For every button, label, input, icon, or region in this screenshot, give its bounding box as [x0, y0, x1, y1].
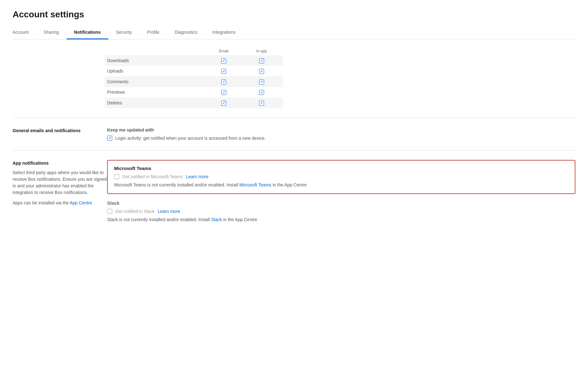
content-area: Email In-app Downloads Uploads — [13, 39, 575, 232]
slack-section: Slack Get notified in Slack Learn more S… — [107, 200, 575, 223]
checkbox-previews-email[interactable] — [221, 90, 226, 95]
checkbox-microsoft-teams[interactable] — [114, 174, 119, 179]
notifications-table: Email In-app Downloads Uploads — [107, 49, 280, 108]
row-email-downloads[interactable] — [205, 58, 243, 63]
row-email-previews[interactable] — [205, 90, 243, 95]
app-notifications-section: App notifications Select third party app… — [13, 150, 575, 232]
slack-desc: Slack is not currently installed and/or … — [107, 216, 575, 223]
row-email-comments[interactable] — [205, 79, 243, 85]
microsoft-teams-desc: Microsoft Teams is not currently install… — [114, 182, 568, 188]
microsoft-teams-box: Microsoft Teams Get notified in Microsof… — [107, 160, 575, 194]
table-row: Deletes — [105, 97, 283, 108]
app-notifications-label: App notifications — [13, 160, 107, 166]
checkbox-comments-inapp[interactable] — [259, 79, 264, 85]
microsoft-teams-checkbox-row: Get notified in Microsoft Teams Learn mo… — [114, 174, 568, 179]
app-notifications-left: App notifications Select third party app… — [13, 160, 107, 223]
microsoft-teams-checkbox-label: Get notified in Microsoft Teams — [122, 174, 183, 179]
row-label-deletes: Deletes — [107, 100, 205, 105]
tab-security[interactable]: Security — [108, 26, 140, 39]
checkbox-deletes-inapp[interactable] — [259, 101, 264, 106]
table-row: Comments — [105, 76, 283, 87]
app-notifications-content: Microsoft Teams Get notified in Microsof… — [107, 160, 575, 223]
row-label-uploads: Uploads — [107, 68, 205, 73]
notifications-table-section: Email In-app Downloads Uploads — [13, 39, 575, 118]
slack-checkbox-label: Get notified in Slack — [115, 209, 155, 214]
row-inapp-downloads[interactable] — [243, 58, 280, 63]
notifications-table-content: Email In-app Downloads Uploads — [107, 49, 575, 108]
row-label-comments: Comments — [107, 79, 205, 84]
slack-desc-prefix: Slack is not currently installed and/or … — [107, 217, 211, 222]
login-activity-text: Login activity: get notified when your a… — [115, 136, 266, 141]
checkbox-downloads-inapp[interactable] — [259, 58, 264, 63]
app-centre-link[interactable]: App Centre — [70, 200, 92, 205]
app-notifications-desc1: Select third party apps where you would … — [13, 169, 107, 196]
table-row: Uploads — [107, 66, 280, 77]
row-email-deletes[interactable] — [205, 100, 243, 106]
tab-notifications[interactable]: Notifications — [66, 26, 108, 39]
microsoft-teams-learn-more[interactable]: Learn more — [186, 174, 209, 179]
slack-title: Slack — [107, 200, 575, 206]
app-notifications-desc2-text: Apps can be installed via the — [13, 200, 70, 205]
row-inapp-comments[interactable] — [243, 79, 280, 85]
slack-checkbox-row: Get notified in Slack Learn more — [107, 209, 575, 214]
general-emails-section: General emails and notifications Keep me… — [13, 118, 575, 150]
checkbox-previews-inapp[interactable] — [259, 90, 264, 95]
page-title: Account settings — [13, 9, 575, 20]
slack-learn-more[interactable]: Learn more — [158, 209, 181, 214]
tab-account[interactable]: Account — [13, 26, 36, 39]
slack-install-link[interactable]: Slack — [211, 217, 222, 222]
checkbox-login-activity[interactable] — [107, 136, 112, 141]
login-activity-row: Login activity: get notified when your a… — [107, 136, 575, 141]
table-row: Previews — [107, 87, 280, 98]
general-emails-content: Keep me updated with Login activity: get… — [107, 127, 575, 141]
row-inapp-previews[interactable] — [243, 90, 280, 95]
microsoft-teams-title: Microsoft Teams — [114, 166, 568, 171]
keep-updated-title: Keep me updated with — [107, 127, 575, 132]
tab-integrations[interactable]: Integrations — [205, 26, 243, 39]
slack-desc-suffix: in the App Centre — [222, 217, 257, 222]
checkbox-downloads-email[interactable] — [221, 58, 226, 63]
general-emails-label: General emails and notifications — [13, 127, 107, 141]
table-header: Email In-app — [107, 49, 280, 55]
tab-diagnostics[interactable]: Diagnostics — [167, 26, 205, 39]
table-row: Downloads — [105, 55, 283, 66]
checkbox-comments-email[interactable] — [221, 79, 226, 85]
checkbox-deletes-email[interactable] — [221, 101, 226, 106]
tab-bar: Account Sharing Notifications Security P… — [13, 26, 575, 39]
col-inapp-header: In-app — [243, 49, 280, 55]
col-email-header: Email — [205, 49, 243, 55]
checkbox-uploads-inapp[interactable] — [259, 69, 264, 74]
row-email-uploads[interactable] — [205, 68, 243, 74]
app-notifications-desc2: Apps can be installed via the App Centre — [13, 200, 107, 206]
microsoft-teams-install-link[interactable]: Microsoft Teams — [239, 182, 271, 187]
checkbox-uploads-email[interactable] — [221, 69, 226, 74]
microsoft-teams-desc-prefix: Microsoft Teams is not currently install… — [114, 182, 239, 187]
checkbox-slack[interactable] — [107, 209, 112, 214]
row-inapp-uploads[interactable] — [243, 68, 280, 74]
microsoft-teams-desc-suffix: in the App Centre — [271, 182, 307, 187]
tab-sharing[interactable]: Sharing — [36, 26, 66, 39]
tab-profile[interactable]: Profile — [139, 26, 167, 39]
row-label-previews: Previews — [107, 90, 205, 95]
row-label-downloads: Downloads — [107, 58, 205, 63]
row-inapp-deletes[interactable] — [243, 100, 280, 106]
